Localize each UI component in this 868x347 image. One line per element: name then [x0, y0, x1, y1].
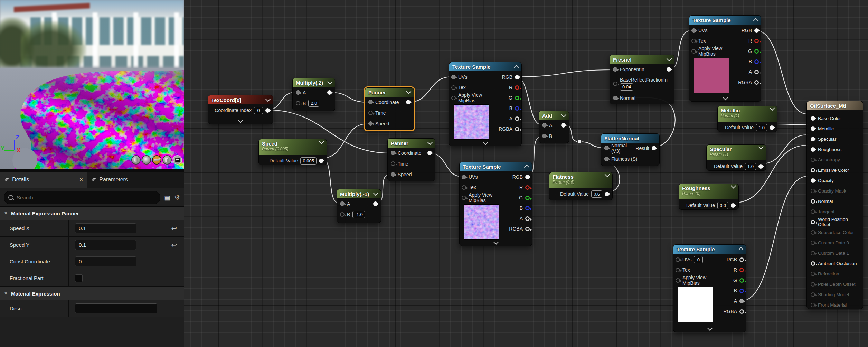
desc-field[interactable]: [75, 303, 157, 313]
output-pin[interactable]: [327, 90, 332, 95]
shape-plane-button[interactable]: [152, 155, 161, 165]
chevron-down-icon[interactable]: [373, 190, 379, 196]
output-pin-a[interactable]: [754, 70, 759, 74]
input-pin-a[interactable]: [296, 90, 300, 95]
value-box[interactable]: 1.0: [745, 163, 756, 170]
output-pin[interactable]: [652, 146, 656, 150]
input-pin-ambient-occlusion[interactable]: [811, 261, 815, 266]
node-header[interactable]: Fresnel: [610, 55, 674, 64]
tab-parameters[interactable]: ✎ Parameters: [87, 172, 184, 188]
output-pin[interactable]: [427, 151, 432, 155]
node-header[interactable]: RoughnessParam (0): [679, 184, 738, 199]
node-oilsurface-mtl[interactable]: OilSurface_MtlBase ColorMetallicSpecular…: [806, 101, 863, 309]
chevron-down-icon[interactable]: [605, 172, 610, 177]
chevron-down-icon[interactable]: [265, 96, 271, 102]
search-input[interactable]: Search: [4, 191, 160, 204]
output-pin-a[interactable]: [515, 116, 519, 121]
speed-x-field[interactable]: 0.1: [75, 223, 136, 233]
input-pin-subsurface-color[interactable]: [811, 230, 815, 235]
node-texture-sample[interactable]: Texture SampleUVs0TexApply View MipBiasR…: [673, 244, 746, 332]
value-box[interactable]: 0.04: [620, 83, 633, 91]
input-pin-metallic[interactable]: [811, 126, 815, 131]
input-pin-basereflectfractionin[interactable]: [613, 82, 617, 86]
shape-mesh-button[interactable]: [173, 155, 182, 165]
input-pin-speed[interactable]: [391, 172, 395, 177]
input-pin-uvs[interactable]: [676, 257, 680, 262]
input-pin-b[interactable]: [340, 212, 345, 217]
input-pin-refraction[interactable]: [811, 272, 815, 276]
input-pin-tex[interactable]: [676, 268, 680, 272]
node-specular[interactable]: SpecularParam (1)Default Value1.0: [706, 144, 766, 171]
input-pin-b[interactable]: [296, 101, 300, 105]
output-pin-r[interactable]: [515, 85, 519, 90]
node-flattennormal[interactable]: FlattenNormalNormal (V3)ResultFlatness (…: [601, 133, 660, 166]
input-pin-custom-data-1[interactable]: [811, 251, 815, 255]
output-pin[interactable]: [406, 100, 411, 104]
shape-sphere-button[interactable]: [142, 155, 151, 165]
input-pin-apply-view-mipbias[interactable]: [451, 96, 456, 100]
input-pin-tex[interactable]: [691, 39, 696, 43]
input-pin-coordinate[interactable]: [391, 151, 395, 155]
value-box[interactable]: 0.0: [717, 202, 728, 209]
fractional-part-checkbox[interactable]: [75, 274, 83, 282]
node-header[interactable]: Texture Sample: [673, 245, 746, 254]
output-pin[interactable]: [605, 192, 609, 196]
material-preview-viewport[interactable]: Z X Y: [0, 0, 184, 169]
input-pin-b[interactable]: [542, 134, 547, 138]
input-pin-flatness-s[interactable]: [604, 157, 609, 161]
input-pin-front-material[interactable]: [811, 303, 815, 307]
input-pin-specular[interactable]: [811, 137, 815, 141]
chevron-down-icon[interactable]: [406, 88, 412, 94]
input-pin-time[interactable]: [368, 111, 373, 115]
input-pin-time[interactable]: [391, 161, 395, 166]
input-pin-normal[interactable]: [613, 96, 617, 100]
node-texture-sample[interactable]: Texture SampleUVsTexApply View MipBiasRG…: [449, 62, 522, 146]
shape-cube-button[interactable]: [162, 155, 172, 165]
output-pin[interactable]: [667, 67, 671, 72]
output-pin-g[interactable]: [754, 49, 759, 54]
node-panner[interactable]: PannerCoordinateTimeSpeed: [387, 138, 435, 181]
gear-icon[interactable]: ⚙: [174, 194, 180, 201]
chevron-up-icon[interactable]: [738, 247, 744, 253]
node-header[interactable]: Texture Sample: [689, 16, 761, 25]
input-pin-apply-view-mipbias[interactable]: [691, 49, 696, 54]
output-pin-rgb[interactable]: [739, 257, 744, 262]
node-graph-canvas[interactable]: TexCoord[0]Coordinate Index0Multiply(,2)…: [184, 0, 868, 347]
chevron-down-icon[interactable]: [667, 56, 672, 61]
column-view-icon[interactable]: ▦: [164, 194, 170, 201]
collapse-chevron-icon[interactable]: [707, 326, 713, 331]
reset-to-default-button[interactable]: ↩: [164, 224, 184, 233]
chevron-up-icon[interactable]: [524, 165, 530, 170]
output-pin-a[interactable]: [525, 216, 530, 221]
close-icon[interactable]: ×: [79, 176, 83, 183]
input-pin-tangent[interactable]: [811, 209, 815, 214]
output-pin[interactable]: [561, 123, 566, 128]
output-pin-b[interactable]: [515, 106, 519, 111]
node-header[interactable]: FlattenNormal: [601, 134, 659, 143]
input-pin-coordinate[interactable]: [368, 100, 373, 104]
collapse-chevron-icon[interactable]: [483, 140, 488, 145]
output-pin-b[interactable]: [754, 59, 759, 64]
output-pin[interactable]: [319, 159, 323, 163]
input-pin-uvs[interactable]: [451, 75, 456, 79]
node-header[interactable]: TexCoord[0]: [208, 95, 273, 104]
node-add[interactable]: AddAB: [539, 111, 569, 143]
input-pin-emissive-color[interactable]: [811, 168, 815, 172]
node-fresnel[interactable]: FresnelExponentInBaseReflectFractionIn0.…: [610, 55, 674, 104]
input-pin-normal[interactable]: [811, 199, 815, 204]
output-pin[interactable]: [758, 164, 763, 169]
input-pin-roughness[interactable]: [811, 147, 815, 152]
input-pin-exponentin[interactable]: [613, 67, 617, 72]
node-header[interactable]: SpecularParam (1): [707, 145, 766, 160]
node-roughness[interactable]: RoughnessParam (0)Default Value0.0: [679, 184, 739, 210]
node-texture-sample[interactable]: Texture SampleUVsTexApply View MipBiasRG…: [689, 15, 761, 102]
node-metallic[interactable]: MetallicParam (1)Default Value1.0: [717, 106, 777, 132]
output-pin-g[interactable]: [739, 278, 744, 283]
output-pin-g[interactable]: [515, 96, 519, 100]
collapse-chevron-icon[interactable]: [723, 95, 728, 101]
speed-y-field[interactable]: 0.1: [75, 240, 136, 250]
input-pin-a[interactable]: [542, 123, 547, 128]
tab-details[interactable]: ✎ Details ×: [0, 172, 87, 188]
output-pin-rgba[interactable]: [739, 309, 744, 314]
output-pin-rgb[interactable]: [515, 75, 519, 79]
